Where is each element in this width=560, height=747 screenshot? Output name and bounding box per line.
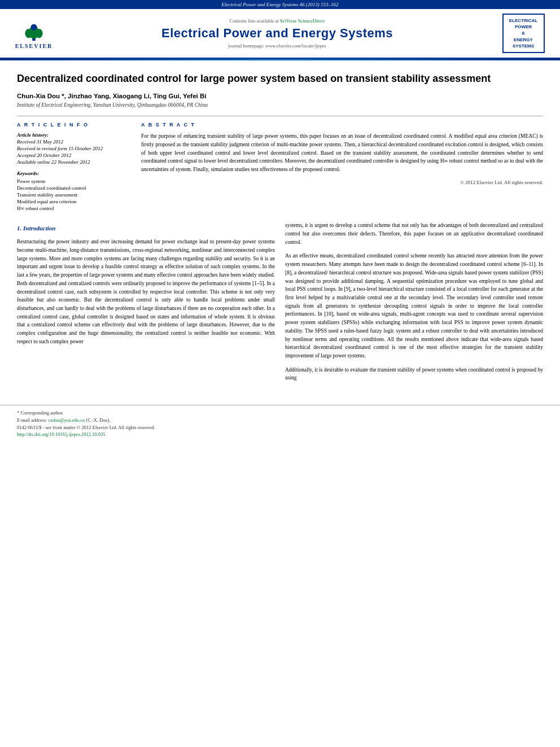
keyword-1: Power system [17, 178, 130, 184]
article-info-column: A R T I C L E I N F O Article history: R… [17, 122, 130, 212]
article-title: Decentralized coordinated control for la… [17, 72, 543, 86]
journal-citation: Electrical Power and Energy Systems 46 (… [222, 2, 339, 7]
history-item-4: Available online 22 November 2012 [17, 159, 130, 165]
abstract-label: A B S T R A C T [141, 122, 543, 128]
svg-point-2 [25, 28, 32, 38]
journal-logo-box: ELECTRICALPOWER&ENERGYSYSTEMS [502, 14, 545, 53]
svg-point-4 [30, 24, 37, 30]
svg-point-3 [36, 28, 43, 38]
email-note: E-mail address: cxdou@ysu.edu.cn (C.-X. … [17, 417, 543, 423]
history-item-1: Received 31 May 2012 [17, 139, 130, 145]
keywords-label: Keywords: [17, 171, 130, 176]
keyword-3: Transient stability assessment [17, 192, 130, 198]
sciverse-line: Contents lists available at SciVerse Sci… [68, 18, 487, 24]
body-para-4: Additionally, it is desirable to evaluat… [285, 366, 543, 382]
journal-header: ELSEVIER Contents lists available at Sci… [0, 9, 560, 59]
body-columns: 1. Introduction Restructuring the power … [17, 221, 543, 382]
keyword-4: Modified equal area criterion [17, 199, 130, 204]
elsevier-tree-icon [20, 22, 48, 42]
price-note: 0142-0615/$ - see front matter © 2012 El… [17, 425, 543, 430]
keywords-section: Keywords: Power system Decentralized coo… [17, 171, 130, 211]
email-link[interactable]: cxdou@ysu.edu.cn [48, 417, 85, 423]
doi-anchor[interactable]: http://dx.doi.org/10.1016/j.ijepes.2012.… [17, 431, 105, 437]
journal-center: Contents lists available at SciVerse Sci… [56, 18, 498, 49]
authors: Chun-Xia Dou *, Jinzhao Yang, Xiaogang L… [17, 93, 543, 99]
right-logo-area: ELECTRICALPOWER&ENERGYSYSTEMS [498, 14, 549, 53]
article-history: Article history: Received 31 May 2012 Re… [17, 132, 130, 165]
history-label: Article history: [17, 132, 130, 138]
affiliation: Institute of Electrical Engineering, Yan… [17, 102, 543, 108]
section1-heading: 1. Introduction [17, 224, 275, 233]
journal-homepage: journal homepage: www.elsevier.com/locat… [68, 43, 487, 49]
sciverse-link[interactable]: SciVerse ScienceDirect [280, 18, 325, 24]
article-container: Decentralized coordinated control for la… [0, 60, 560, 394]
history-item-2: Received in revised form 15 October 2012 [17, 146, 130, 151]
logo-text: ELECTRICALPOWER&ENERGYSYSTEMS [509, 18, 538, 49]
elsevier-label: ELSEVIER [15, 43, 53, 49]
doi-link: http://dx.doi.org/10.1016/j.ijepes.2012.… [17, 431, 543, 437]
abstract-column: A B S T R A C T For the purpose of enhan… [141, 122, 543, 212]
body-para-1: Restructuring the power industry and eve… [17, 238, 275, 346]
journal-title: Electrical Power and Energy Systems [68, 26, 487, 41]
article-info-abstract: A R T I C L E I N F O Article history: R… [17, 116, 543, 212]
abstract-text: For the purpose of enhancing transient s… [141, 132, 543, 174]
article-info-label: A R T I C L E I N F O [17, 122, 130, 128]
elsevier-logo: ELSEVIER [11, 18, 56, 49]
body-para-3: As an effective means, decentralized coo… [285, 252, 543, 360]
body-col-right: systems, it is urgent to develop a contr… [285, 221, 543, 382]
body-col-left: 1. Introduction Restructuring the power … [17, 221, 275, 382]
body-para-2: systems, it is urgent to develop a contr… [285, 221, 543, 246]
article-footer: * Corresponding author. E-mail address: … [0, 405, 560, 444]
history-item-3: Accepted 20 October 2012 [17, 152, 130, 158]
corresponding-note: * Corresponding author. [17, 410, 543, 416]
keyword-2: Decentralized coordinated control [17, 185, 130, 191]
copyright: © 2012 Elsevier Ltd. All rights reserved… [141, 180, 543, 185]
top-banner: Electrical Power and Energy Systems 46 (… [0, 0, 560, 9]
keyword-5: H∞ robust control [17, 206, 130, 211]
